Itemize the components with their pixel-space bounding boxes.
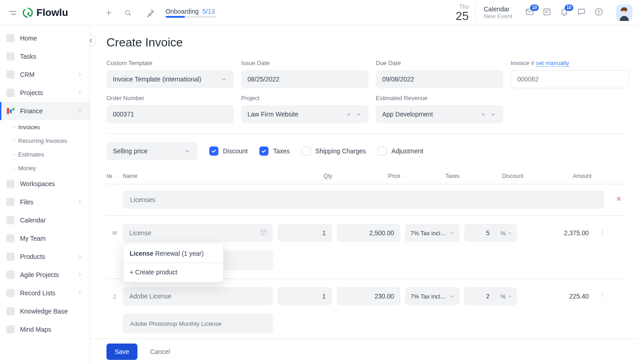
taxes-check-label: Taxes <box>273 147 290 155</box>
close-icon <box>615 195 622 202</box>
project-label: Project <box>241 95 369 101</box>
project-select[interactable]: Law Firm Website × <box>241 105 369 123</box>
sidebar-item-products[interactable]: Products <box>0 248 90 266</box>
item-name-value: Adobe License <box>129 293 172 300</box>
sidebar-item-finance[interactable]: Finance <box>0 102 90 120</box>
onboarding-widget[interactable]: Onboarding 5/13 <box>166 8 217 18</box>
section-name: Licenses <box>130 196 155 203</box>
chevron-down-icon <box>184 147 191 155</box>
add-button[interactable] <box>101 5 116 20</box>
sidebar-item-knowledge-base[interactable]: Knowledge Base <box>0 302 90 320</box>
chevron-down-icon <box>508 294 512 298</box>
item-name-input[interactable]: Adobe License <box>123 287 273 305</box>
sidebar-item-label: My Team <box>20 235 46 242</box>
discount-input[interactable] <box>464 224 496 242</box>
sidebar-item-label: Projects <box>20 89 43 96</box>
sidebar-item-crm[interactable]: CRM <box>0 66 90 84</box>
drag-icon <box>111 229 118 237</box>
plus-icon <box>105 9 113 17</box>
user-avatar[interactable] <box>616 5 632 21</box>
drag-handle[interactable] <box>106 229 123 237</box>
create-product-option[interactable]: + Create product <box>123 264 223 280</box>
sidebar-subitem-money[interactable]: Money <box>0 161 90 175</box>
revenue-clear[interactable]: × <box>481 111 485 118</box>
pin-button[interactable] <box>143 5 158 20</box>
finance-icon <box>6 107 15 115</box>
sidebar-item-tasks[interactable]: Tasks <box>0 47 90 66</box>
issue-date-input[interactable]: 08/25/2022 <box>241 70 369 88</box>
sidebar-item-calendar[interactable]: Calendar <box>0 211 90 229</box>
sidebar-subitem-recurring-invoices[interactable]: Recurring Invoices <box>0 134 90 147</box>
col-taxes: Taxes <box>400 173 460 179</box>
sidebar-item-mind-maps[interactable]: Mind Maps <box>0 320 90 339</box>
chevron-right-icon <box>76 289 83 297</box>
search-button[interactable] <box>120 5 136 20</box>
order-number-value: 000371 <box>113 111 134 118</box>
adjustment-checkbox[interactable]: Adjustment <box>378 147 423 156</box>
help-button[interactable] <box>594 7 603 18</box>
item-name-cell: License License Renewal (1 year) + Creat… <box>123 224 273 242</box>
tax-value: 7% Tax inclu… <box>410 293 448 300</box>
notes-button[interactable] <box>542 7 551 18</box>
sidebar-item-home[interactable]: Home <box>0 29 90 47</box>
discount-unit-select[interactable]: % <box>496 287 517 305</box>
inbox-button[interactable]: 10 <box>525 7 534 18</box>
save-button[interactable]: Save <box>106 344 137 360</box>
discount-unit: % <box>500 293 506 300</box>
discount-unit-select[interactable]: % <box>496 224 517 242</box>
taxes-checkbox[interactable]: Taxes <box>259 147 290 156</box>
item-name-cell: Adobe License <box>123 287 273 305</box>
product-picker-button[interactable] <box>259 228 268 238</box>
chevron-down-icon <box>220 76 228 83</box>
description-input[interactable]: Adobe Photoshop Monthly License <box>123 313 273 334</box>
project-clear[interactable]: × <box>347 111 350 118</box>
date-widget[interactable]: Thu 25 <box>455 4 475 22</box>
onboarding-title: Onboarding <box>166 8 199 15</box>
revenue-select[interactable]: App Development × <box>376 105 503 123</box>
onboarding-progress-label: 5/13 <box>202 8 215 15</box>
tax-select[interactable]: 7% Tax inclu… <box>405 287 460 305</box>
sidebar-subitem-estimates[interactable]: Estimates <box>0 147 90 161</box>
checkbox-icon <box>209 147 218 156</box>
shipping-checkbox[interactable]: Shipping Charges <box>302 147 366 156</box>
order-number-input[interactable]: 000371 <box>106 105 234 123</box>
col-price: Price <box>332 173 400 179</box>
sidebar-item-record-lists[interactable]: Record Lists <box>0 284 90 302</box>
sidebar-item-label: Mind Maps <box>20 326 51 333</box>
brand-logo[interactable]: Flowlu <box>22 7 68 19</box>
invoice-set-manually-link[interactable]: set manually <box>536 60 569 67</box>
autocomplete-option[interactable]: License Renewal (1 year) <box>123 245 223 262</box>
row-menu-button[interactable] <box>592 292 613 301</box>
menu-toggle[interactable] <box>5 7 16 18</box>
sidebar-item-projects[interactable]: Projects <box>0 84 90 102</box>
row-menu-button[interactable] <box>592 228 613 238</box>
sidebar-item-workspaces[interactable]: Workspaces <box>0 175 90 193</box>
section-delete-button[interactable] <box>615 195 622 204</box>
close-panel-button[interactable] <box>90 35 96 46</box>
item-name-input[interactable]: License <box>123 224 273 242</box>
sidebar-item-label: Agile Projects <box>20 271 59 278</box>
sidebar-item-my-team[interactable]: My Team <box>0 229 90 248</box>
price-type-select[interactable]: Selling price <box>106 142 197 160</box>
calendar-label[interactable]: Calendar <box>484 5 512 13</box>
section-name-input[interactable]: Licenses <box>123 191 604 209</box>
price-input[interactable] <box>337 224 400 242</box>
discount-checkbox[interactable]: Discount <box>209 147 248 156</box>
price-input[interactable] <box>337 287 400 305</box>
chevron-down-icon <box>508 231 512 235</box>
template-select[interactable]: Invoice Template (international) <box>106 70 234 88</box>
qty-input[interactable] <box>278 287 332 305</box>
sidebar-item-files[interactable]: Files <box>0 193 90 211</box>
calendar-new-event[interactable]: New Event <box>484 13 512 20</box>
discount-input[interactable] <box>464 287 496 305</box>
sidebar-item-agile-projects[interactable]: Agile Projects <box>0 266 90 284</box>
due-date-input[interactable]: 09/08/2022 <box>376 70 503 88</box>
chat-button[interactable] <box>577 7 586 18</box>
notifications-button[interactable]: 10 <box>560 7 569 18</box>
qty-input[interactable] <box>278 224 332 242</box>
sidebar-subitem-invoices[interactable]: Invoices <box>0 120 90 134</box>
chevron-down-icon <box>448 293 455 300</box>
invoice-number-input[interactable] <box>511 70 629 88</box>
cancel-button[interactable]: Cancel <box>147 348 173 356</box>
tax-select[interactable]: 7% Tax inclu… <box>405 224 460 242</box>
